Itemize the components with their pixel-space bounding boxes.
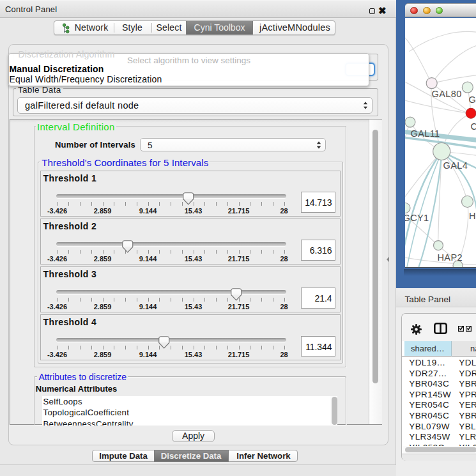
svg-text:C: C bbox=[470, 121, 476, 132]
svg-text:HAP2: HAP2 bbox=[437, 252, 462, 263]
svg-text:H: H bbox=[469, 211, 476, 221]
svg-text:GCY1: GCY1 bbox=[405, 213, 429, 223]
svg-text:GAL80: GAL80 bbox=[431, 89, 461, 99]
svg-text:GA: GA bbox=[468, 94, 476, 104]
svg-text:GAL11: GAL11 bbox=[410, 128, 440, 139]
svg-text:GAL4: GAL4 bbox=[443, 160, 468, 171]
